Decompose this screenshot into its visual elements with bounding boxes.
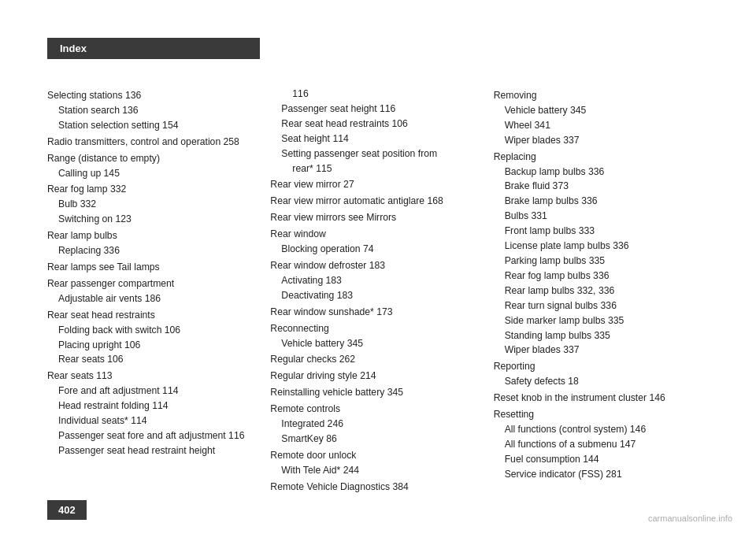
index-entry: Seat height 114 [270,132,485,146]
index-entry: Service indicator (FSS) 281 [494,467,709,482]
index-entry: Standing lamp bulbs 335 [494,328,709,343]
index-entry: Side marker lamp bulbs 335 [494,313,709,328]
index-entry: Folding back with switch 106 [47,323,262,338]
index-entry: Front lamp bulbs 333 [494,224,709,239]
page-number: 402 [58,504,76,516]
watermark: carmanualsonline.info [648,514,732,523]
index-entry: rear* 115 [270,161,485,176]
index-entry: Switching on 123 [47,212,262,227]
index-entry: Passenger seat fore and aft adjustment 1… [47,428,262,443]
index-entry: Wheel 341 [494,118,709,133]
index-entry: Backup lamp bulbs 336 [494,165,709,180]
index-entry: All functions (control system) 146 [494,422,709,437]
index-entry: Remote controls [270,402,485,417]
index-entry: Reporting [494,359,709,374]
index-entry: Rear seats 113 [47,369,262,384]
index-entry: Remote door unlock [270,448,485,463]
column-3: RemovingVehicle battery 345Wheel 341Wipe… [494,87,709,479]
index-entry: Blocking operation 74 [270,242,485,257]
content-area: Selecting stations 136Station search 136… [47,87,709,479]
index-entry: Calling up 145 [47,166,262,181]
index-entry: Brake lamp bulbs 336 [494,194,709,209]
column-1: Selecting stations 136Station search 136… [47,87,270,479]
index-entry: Reconnecting [270,321,485,336]
index-entry: Rear passenger compartment [47,276,262,291]
header-label: Index [60,43,87,54]
index-entry: License plate lamp bulbs 336 [494,239,709,254]
index-entry: Individual seats* 114 [47,413,262,428]
index-entry: Regular checks 262 [270,352,485,367]
index-entry: Resetting [494,407,709,422]
index-entry: Rear window defroster 183 [270,258,485,273]
index-entry: Parking lamp bulbs 335 [494,254,709,269]
index-entry: Rear lamps see Tail lamps [47,260,262,275]
index-entry: Placing upright 106 [47,338,262,353]
index-entry: SmartKey 86 [270,432,485,447]
page-container: Index Selecting stations 136Station sear… [0,0,756,534]
index-entry: Rear seat head restraints 106 [270,117,485,132]
header-bar: Index [47,38,260,59]
index-entry: Brake fluid 373 [494,179,709,194]
index-entry: Fore and aft adjustment 114 [47,384,262,399]
index-entry: Reinstalling vehicle battery 345 [270,385,485,400]
index-entry: Rear fog lamp bulbs 336 [494,269,709,284]
index-entry: Radio transmitters, control and operatio… [47,135,262,150]
index-entry: Adjustable air vents 186 [47,291,262,306]
index-entry: Setting passenger seat position from [270,146,485,161]
index-entry: Wiper blades 337 [494,343,709,358]
index-entry: All functions of a submenu 147 [494,437,709,452]
index-entry: Bulb 332 [47,197,262,212]
index-entry: Rear turn signal bulbs 336 [494,299,709,313]
index-entry: Bulbs 331 [494,209,709,224]
index-entry: Reset knob in the instrument cluster 146 [494,391,709,406]
index-entry: Head restraint folding 114 [47,399,262,413]
index-entry: Removing [494,88,709,103]
index-entry: Activating 183 [270,273,485,288]
index-entry: Rear view mirrors see Mirrors [270,210,485,225]
index-entry: Vehicle battery 345 [270,336,485,351]
index-entry: Integrated 246 [270,417,485,432]
index-entry: Passenger seat head restraint height [47,443,262,458]
index-entry: Replacing [494,150,709,165]
index-entry: Rear view mirror 27 [270,177,485,192]
index-entry: Rear window sunshade* 173 [270,305,485,320]
index-entry: Replacing 336 [47,243,262,258]
index-entry: Rear window [270,227,485,242]
index-entry: Rear view mirror automatic antiglare 168 [270,194,485,209]
index-entry: 116 [270,87,485,102]
index-entry: Fuel consumption 144 [494,452,709,467]
index-entry: Rear seats 106 [47,352,262,367]
index-entry: Station selection setting 154 [47,118,262,133]
index-entry: Vehicle battery 345 [494,103,709,118]
index-entry: Wiper blades 337 [494,133,709,148]
column-2: 116Passenger seat height 116Rear seat he… [270,87,493,479]
index-entry: Rear lamp bulbs 332, 336 [494,284,709,299]
index-entry: Rear lamp bulbs [47,228,262,243]
index-entry: Selecting stations 136 [47,88,262,103]
index-entry: Range (distance to empty) [47,151,262,166]
index-entry: Station search 136 [47,103,262,118]
index-entry: Rear fog lamp 332 [47,182,262,197]
index-entry: Deactivating 183 [270,288,485,303]
page-number-badge: 402 [47,500,87,520]
index-entry: Passenger seat height 116 [270,102,485,117]
index-entry: Rear seat head restraints [47,308,262,323]
index-entry: Safety defects 18 [494,374,709,389]
index-entry: Regular driving style 214 [270,369,485,384]
index-entry: With Tele Aid* 244 [270,463,485,478]
index-entry: Remote Vehicle Diagnostics 384 [270,480,485,495]
